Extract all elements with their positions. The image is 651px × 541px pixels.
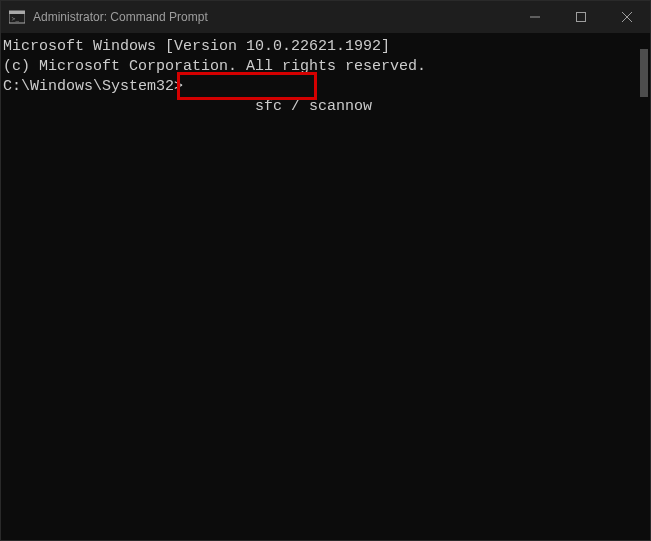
svg-text:>_: >_ <box>12 15 20 23</box>
prompt-text: C:\Windows\System32> <box>3 77 183 157</box>
terminal-prompt-line: C:\Windows\System32> sfc / scannow <box>3 77 650 157</box>
terminal-area[interactable]: Microsoft Windows [Version 10.0.22621.19… <box>1 33 650 540</box>
svg-rect-1 <box>9 11 25 14</box>
maximize-button[interactable] <box>558 1 604 33</box>
command-prompt-window: >_ Administrator: Command Prompt Microso… <box>0 0 651 541</box>
annotation-highlight-box <box>177 72 317 100</box>
titlebar[interactable]: >_ Administrator: Command Prompt <box>1 1 650 33</box>
minimize-button[interactable] <box>512 1 558 33</box>
scrollbar-thumb[interactable] <box>640 49 648 97</box>
command-input[interactable]: sfc / scannow <box>255 98 372 115</box>
window-title: Administrator: Command Prompt <box>33 10 512 24</box>
window-controls <box>512 1 650 33</box>
svg-rect-4 <box>577 13 586 22</box>
terminal-output-line: (c) Microsoft Corporation. All rights re… <box>3 57 650 77</box>
cmd-icon: >_ <box>9 9 25 25</box>
close-button[interactable] <box>604 1 650 33</box>
terminal-output-line: Microsoft Windows [Version 10.0.22621.19… <box>3 37 650 57</box>
